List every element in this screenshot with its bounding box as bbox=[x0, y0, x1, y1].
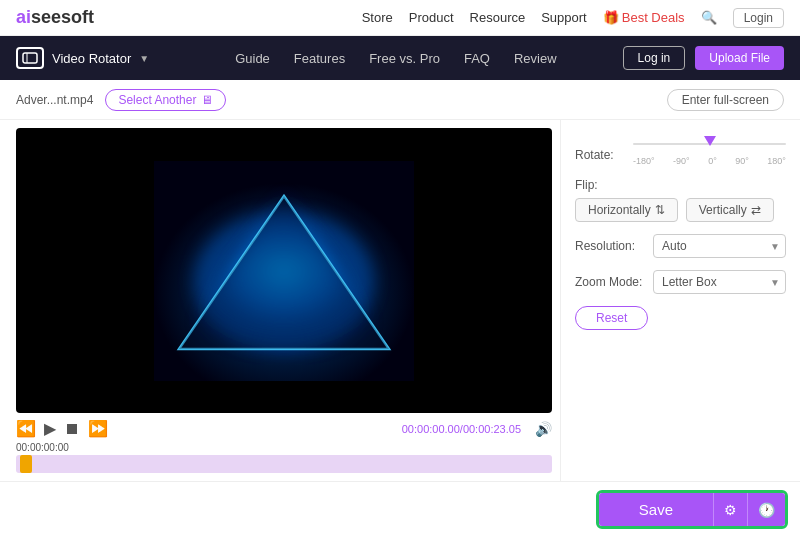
top-nav-links: Store Product Resource Support 🎁 Best De… bbox=[362, 8, 784, 28]
flip-buttons: Horizontally ⇅ Vertically ⇄ bbox=[575, 198, 786, 222]
gear-icon: ⚙ bbox=[724, 502, 737, 518]
app-name-label: Video Rotator bbox=[52, 51, 131, 66]
rotate-slider-wrap: -180° -90° 0° 90° 180° bbox=[633, 134, 786, 166]
file-name: Adver...nt.mp4 bbox=[16, 93, 93, 107]
resolution-label: Resolution: bbox=[575, 239, 645, 253]
rotate-label: Rotate: bbox=[575, 134, 625, 162]
search-icon[interactable]: 🔍 bbox=[701, 10, 717, 25]
gift-icon: 🎁 bbox=[603, 10, 619, 25]
main-area: Adver...nt.mp4 Select Another 🖥 Enter fu… bbox=[0, 80, 800, 537]
select-another-button[interactable]: Select Another 🖥 bbox=[105, 89, 226, 111]
vertically-label: Vertically bbox=[699, 203, 747, 217]
nav-faq[interactable]: FAQ bbox=[464, 51, 490, 66]
clock-icon: 🕐 bbox=[758, 502, 775, 518]
svg-rect-0 bbox=[23, 53, 37, 63]
controls-panel: Rotate: -180° -90° 0° 90° 180° bbox=[560, 120, 800, 481]
rotator-icon bbox=[22, 52, 38, 64]
slider-thumb bbox=[704, 136, 716, 146]
play-icon[interactable]: ▶ bbox=[44, 419, 56, 438]
flip-vertically-button[interactable]: Vertically ⇄ bbox=[686, 198, 774, 222]
flip-label: Flip: bbox=[575, 178, 786, 192]
timeline-bar[interactable] bbox=[16, 455, 552, 473]
logo: aiseesoft bbox=[16, 7, 94, 28]
video-area: ⏪ ▶ ⏹ ⏩ 00:00:00.00/00:00:23.05 🔊 00:00:… bbox=[0, 120, 560, 481]
nav-free-vs-pro[interactable]: Free vs. Pro bbox=[369, 51, 440, 66]
nav-guide[interactable]: Guide bbox=[235, 51, 270, 66]
mark-0: 0° bbox=[708, 156, 717, 166]
nav-product[interactable]: Product bbox=[409, 10, 454, 25]
zoom-mode-select-wrap: Letter Box Full Screen Pan & Scan ▼ bbox=[653, 270, 786, 294]
stop-icon[interactable]: ⏹ bbox=[64, 420, 80, 438]
save-button-group: Save ⚙ 🕐 bbox=[596, 490, 788, 529]
app-logo: Video Rotator ▼ bbox=[16, 47, 149, 69]
save-settings-button[interactable]: ⚙ bbox=[713, 493, 747, 526]
secondary-nav: Video Rotator ▼ Guide Features Free vs. … bbox=[0, 36, 800, 80]
logo-ai: ai bbox=[16, 7, 31, 27]
timeline-thumb[interactable] bbox=[20, 455, 32, 473]
fast-forward-icon[interactable]: ⏩ bbox=[88, 419, 108, 438]
mark-neg180: -180° bbox=[633, 156, 655, 166]
save-bar: Save ⚙ 🕐 bbox=[0, 481, 800, 537]
logo-rest: seesoft bbox=[31, 7, 94, 27]
app-dropdown-arrow[interactable]: ▼ bbox=[139, 53, 149, 64]
time-display: 00:00:00.00/00:00:23.05 bbox=[402, 423, 521, 435]
enter-fullscreen-button[interactable]: Enter full-screen bbox=[667, 89, 784, 111]
best-deals-link[interactable]: 🎁 Best Deals bbox=[603, 10, 685, 25]
sec-nav-actions: Log in Upload File bbox=[623, 46, 784, 70]
resolution-row: Resolution: Auto 1080p 720p 480p ▼ bbox=[575, 234, 786, 258]
video-content bbox=[154, 161, 414, 381]
resolution-select[interactable]: Auto 1080p 720p 480p bbox=[653, 234, 786, 258]
save-button[interactable]: Save bbox=[599, 493, 713, 526]
select-another-label: Select Another bbox=[118, 93, 196, 107]
nav-features[interactable]: Features bbox=[294, 51, 345, 66]
mark-90: 90° bbox=[735, 156, 749, 166]
flip-h-icon: ⇅ bbox=[655, 203, 665, 217]
login-button[interactable]: Login bbox=[733, 8, 784, 28]
rotate-marks: -180° -90° 0° 90° 180° bbox=[633, 156, 786, 166]
save-history-button[interactable]: 🕐 bbox=[747, 493, 785, 526]
flip-v-icon: ⇄ bbox=[751, 203, 761, 217]
flip-section: Flip: Horizontally ⇅ Vertically ⇄ bbox=[575, 178, 786, 222]
app-logo-icon bbox=[16, 47, 44, 69]
upload-file-button[interactable]: Upload File bbox=[695, 46, 784, 70]
timeline-area: 00:00:00:00 bbox=[16, 440, 552, 477]
mark-neg90: -90° bbox=[673, 156, 690, 166]
rewind-icon[interactable]: ⏪ bbox=[16, 419, 36, 438]
top-nav-bar: aiseesoft Store Product Resource Support… bbox=[0, 0, 800, 36]
mark-180: 180° bbox=[767, 156, 786, 166]
resolution-select-wrap: Auto 1080p 720p 480p ▼ bbox=[653, 234, 786, 258]
zoom-mode-row: Zoom Mode: Letter Box Full Screen Pan & … bbox=[575, 270, 786, 294]
video-preview bbox=[16, 128, 552, 413]
toolbar: Adver...nt.mp4 Select Another 🖥 Enter fu… bbox=[0, 80, 800, 120]
monitor-icon: 🖥 bbox=[201, 93, 213, 107]
horizontally-label: Horizontally bbox=[588, 203, 651, 217]
sec-login-button[interactable]: Log in bbox=[623, 46, 686, 70]
nav-resource[interactable]: Resource bbox=[470, 10, 526, 25]
rotate-section: Rotate: -180° -90° 0° 90° 180° bbox=[575, 134, 786, 166]
zoom-mode-select[interactable]: Letter Box Full Screen Pan & Scan bbox=[653, 270, 786, 294]
volume-icon[interactable]: 🔊 bbox=[535, 421, 552, 437]
reset-button[interactable]: Reset bbox=[575, 306, 648, 330]
current-time: 00:00:00:00 bbox=[16, 442, 552, 453]
nav-support[interactable]: Support bbox=[541, 10, 587, 25]
zoom-mode-label: Zoom Mode: bbox=[575, 275, 645, 289]
rotate-slider[interactable] bbox=[633, 134, 786, 154]
sec-nav-links: Guide Features Free vs. Pro FAQ Review bbox=[189, 51, 602, 66]
nav-review[interactable]: Review bbox=[514, 51, 557, 66]
content-split: ⏪ ▶ ⏹ ⏩ 00:00:00.00/00:00:23.05 🔊 00:00:… bbox=[0, 120, 800, 481]
flip-horizontally-button[interactable]: Horizontally ⇅ bbox=[575, 198, 678, 222]
nav-store[interactable]: Store bbox=[362, 10, 393, 25]
video-controls: ⏪ ▶ ⏹ ⏩ 00:00:00.00/00:00:23.05 🔊 bbox=[16, 413, 552, 440]
